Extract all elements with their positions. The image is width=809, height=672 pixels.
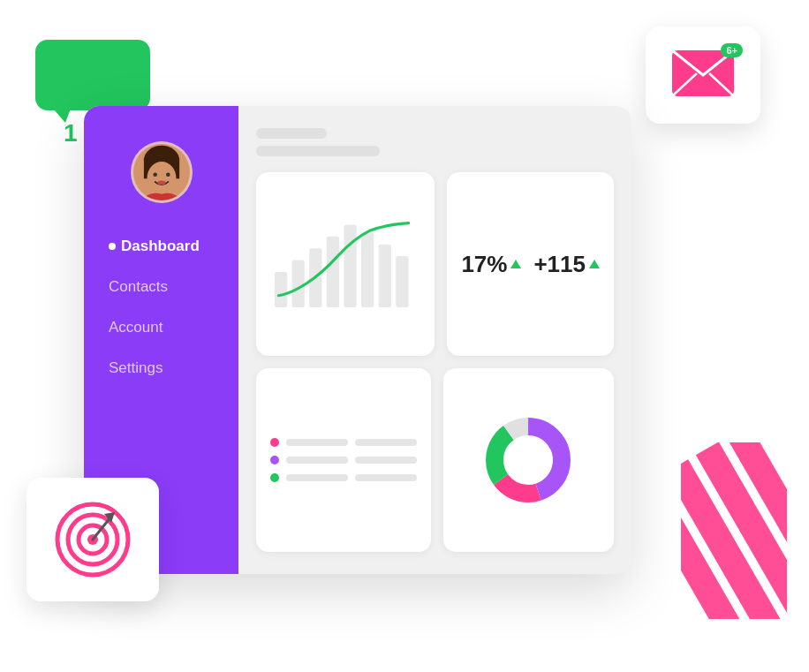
sidebar-item-account[interactable]: Account — [102, 315, 221, 340]
top-cards-row: 17% +115 — [256, 172, 614, 356]
zigzag-svg — [681, 442, 787, 619]
svg-rect-17 — [396, 256, 408, 307]
up-arrow-icon-2 — [589, 260, 600, 268]
avatar-container — [102, 141, 221, 203]
percentage-stat: 17% — [461, 251, 521, 278]
svg-rect-16 — [379, 245, 391, 307]
list-row-2 — [270, 456, 417, 464]
svg-point-9 — [157, 181, 165, 185]
email-icon — [672, 50, 734, 96]
sidebar-label-settings: Settings — [109, 359, 163, 377]
donut-card — [443, 368, 615, 552]
sidebar-label-account: Account — [109, 319, 163, 336]
chart-card — [256, 172, 435, 356]
email-icon-container: 6+ — [672, 50, 734, 100]
bar-medium — [256, 146, 380, 156]
percentage-value: 17% — [461, 251, 507, 278]
svg-rect-10 — [275, 272, 287, 307]
sidebar-item-settings[interactable]: Settings — [102, 356, 221, 381]
svg-rect-14 — [344, 224, 356, 307]
email-badge: 6+ — [721, 43, 743, 57]
sidebar-item-dashboard[interactable]: Dashboard — [102, 234, 221, 259]
list-line-2 — [286, 457, 348, 464]
svg-point-22 — [505, 437, 551, 483]
target-icon — [53, 500, 132, 579]
up-arrow-icon — [510, 260, 521, 268]
count-stat: +115 — [533, 251, 600, 278]
list-line-1 — [286, 439, 348, 446]
svg-rect-13 — [327, 237, 339, 307]
top-bars — [256, 128, 614, 156]
svg-rect-15 — [361, 232, 374, 307]
list-dot-1 — [270, 438, 279, 447]
list-line-2b — [355, 457, 417, 464]
list-dot-3 — [270, 473, 279, 482]
sidebar-label-contacts: Contacts — [109, 278, 168, 296]
nav-dot — [109, 243, 116, 250]
svg-rect-11 — [292, 260, 305, 308]
bar-short — [256, 128, 327, 139]
list-row-1 — [270, 438, 417, 447]
zigzag-decoration — [681, 442, 787, 619]
sidebar-label-dashboard: Dashboard — [121, 238, 200, 255]
list-dot-2 — [270, 456, 279, 464]
line-chart — [267, 183, 424, 345]
bottom-cards-row — [256, 368, 614, 552]
app-window: Dashboard Contacts Account Settings — [84, 106, 631, 574]
main-content: 17% +115 — [238, 106, 631, 574]
nav-items: Dashboard Contacts Account Settings — [102, 234, 221, 381]
svg-point-7 — [153, 172, 157, 177]
svg-point-6 — [147, 162, 176, 194]
stats-numbers: 17% +115 — [461, 251, 600, 278]
list-line-1b — [355, 439, 417, 446]
avatar — [131, 141, 193, 203]
speech-bubble — [35, 40, 150, 110]
list-row-3 — [270, 473, 417, 482]
target-card — [26, 478, 159, 601]
list-line-3 — [286, 474, 348, 481]
number-badge: 1 — [64, 119, 78, 147]
list-card — [256, 368, 431, 552]
count-value: +115 — [533, 251, 586, 278]
svg-point-8 — [166, 172, 170, 177]
sidebar-item-contacts[interactable]: Contacts — [102, 275, 221, 299]
stats-card: 17% +115 — [447, 172, 614, 356]
list-line-3b — [355, 474, 417, 481]
email-card: 6+ — [646, 26, 760, 124]
scene: 1 6+ — [0, 0, 809, 672]
donut-chart — [484, 416, 572, 504]
